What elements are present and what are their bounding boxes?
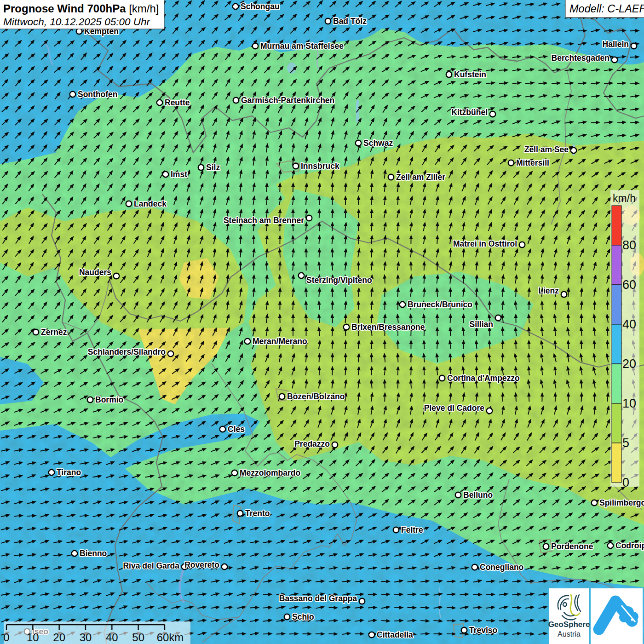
scalebar-label: 0 [3,631,9,644]
city-label: Cittadella [377,630,413,639]
city-marker [472,564,478,570]
city-marker [543,544,549,550]
city-marker [612,57,618,63]
city-marker [233,98,239,104]
city-marker [198,165,204,171]
city-label: Zernez [41,328,67,337]
city-marker [608,543,614,549]
city-marker-group: Schlanders/Silandro [88,347,174,356]
city-label: Silz [206,163,220,172]
city-label: Zell am See [524,145,569,154]
legend-segment [612,206,621,245]
legend-tick-label: 0 [622,476,629,489]
scalebar-label: 30 [80,631,92,644]
city-label: Brixen/Bressanone [351,322,425,332]
city-marker-group: Brixen/Bressanone [344,322,425,332]
distance-scale-bar: 0102030405060km [3,621,190,644]
city-label: Predazzo [294,439,330,448]
city-marker-group: Steinach am Brenner [224,215,312,225]
city-marker [293,163,299,169]
city-marker [571,148,577,154]
city-marker [163,172,169,178]
city-label: Lienz [538,286,559,295]
city-label: Zell am Ziller [396,172,445,182]
city-label: Landeck [134,199,167,208]
city-label: Steinach am Brenner [224,216,304,225]
city-marker [388,174,394,180]
city-label: Matrei in Osttirol [453,239,517,248]
city-marker-group: Bassano del Grappa [279,594,365,604]
city-label: Bormio [95,395,123,404]
city-label: Spilimbergo [599,498,644,507]
city-marker [232,470,238,476]
wind-speed-legend: km/h 806040201050 [610,190,639,489]
city-marker [325,18,331,24]
geosphere-logo-box: GeoSphere Austria [548,588,590,644]
city-marker [168,351,174,357]
legend-segment [612,364,621,403]
city-label: Nauders [79,268,111,277]
city-marker [519,242,525,248]
city-marker-group: Bruneck/Brunico [400,300,472,309]
city-marker-group: Mezzolombardo [232,468,301,477]
scalebar-label: 10 [27,631,39,644]
legend-tick-label: 20 [622,357,636,371]
city-label: Cortina d'Ampezzo [447,374,520,383]
city-marker [369,632,375,638]
model-info-box: Modell: C-LAEF [565,0,644,17]
city-marker [284,614,290,620]
city-marker [455,492,461,498]
city-marker [446,72,452,78]
city-marker [245,339,251,345]
city-marker [157,100,163,106]
city-marker [220,426,226,432]
city-marker-group: Pieve di Cadore [424,403,493,414]
city-marker-group: Cles [220,425,245,434]
scalebar-label: 40 [106,631,118,644]
city-marker-group: Murnau am Staffelsee [253,41,344,51]
city-label: Sillian [469,320,493,329]
city-label: Garmisch-Partenkirchen [241,96,334,105]
legend-tick-label: 80 [622,238,636,252]
legend-tick-label: 40 [622,317,636,331]
city-marker [70,92,76,98]
city-label: Feltre [401,525,423,535]
city-label: Schongau [241,2,280,11]
city-label: Sonthofen [78,90,118,99]
weather-app-logo-box [591,588,643,644]
city-label: Schwaz [363,138,393,148]
legend-tick-label: 60 [622,278,636,292]
legend-unit-label: km/h [613,192,636,204]
city-label: Murnau am Staffelsee [260,41,344,51]
city-marker-group: Riva del Garda [123,561,187,570]
city-marker-group: Pordenone [543,542,593,551]
city-label: Hallein [603,40,629,49]
city-label: Conegliano [480,563,523,572]
city-label: Schlanders/Silandro [88,347,166,356]
city-label: Rovereto [184,560,219,569]
city-label: Mittersill [516,158,549,167]
city-marker [87,397,93,403]
legend-segment [612,285,621,324]
city-label: Treviso [469,626,497,635]
city-marker [439,375,445,381]
city-marker-group: Berchtesgaden [552,53,618,63]
city-marker [359,598,365,604]
city-marker-group: Conegliano [472,563,524,572]
city-marker [233,4,239,10]
city-marker [253,43,259,49]
model-name: Modell: C-LAEF [569,3,644,15]
city-label: Bad Tölz [333,17,367,26]
legend-tick-label: 10 [622,397,636,410]
city-label: Kitzbühel [451,108,488,117]
geosphere-name: GeoSphere [548,620,590,629]
city-marker [592,500,598,506]
forecast-title: Prognose Wind 700hPa [km/h] [3,2,159,15]
scalebar-label: 50 [132,631,144,644]
city-label: Reutte [165,98,190,107]
city-label: Tirano [57,468,81,477]
legend-tick-label: 5 [622,436,629,450]
city-marker-group: Matrei in Osttirol [453,239,525,248]
city-marker-group: Meran/Merano [245,337,307,346]
city-label: Codroipo [615,541,644,550]
